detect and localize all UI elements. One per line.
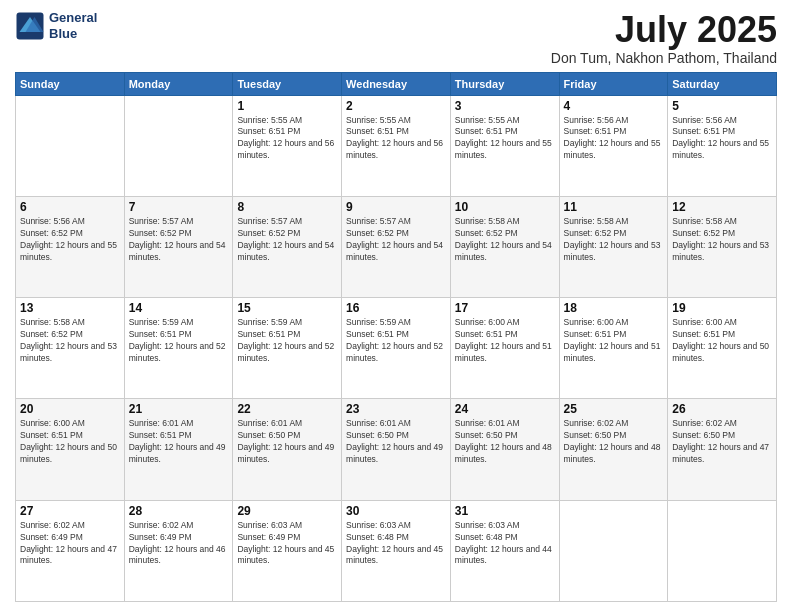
cell-info: Sunrise: 5:59 AM Sunset: 6:51 PM Dayligh… <box>129 317 229 365</box>
cell-info: Sunrise: 5:56 AM Sunset: 6:51 PM Dayligh… <box>564 115 664 163</box>
cell-info: Sunrise: 6:01 AM Sunset: 6:51 PM Dayligh… <box>129 418 229 466</box>
calendar-cell: 17Sunrise: 6:00 AM Sunset: 6:51 PM Dayli… <box>450 298 559 399</box>
month-title: July 2025 <box>551 10 777 50</box>
calendar-cell: 31Sunrise: 6:03 AM Sunset: 6:48 PM Dayli… <box>450 500 559 601</box>
cell-info: Sunrise: 5:55 AM Sunset: 6:51 PM Dayligh… <box>237 115 337 163</box>
cell-info: Sunrise: 5:58 AM Sunset: 6:52 PM Dayligh… <box>20 317 120 365</box>
day-number: 12 <box>672 200 772 214</box>
day-number: 10 <box>455 200 555 214</box>
cell-info: Sunrise: 5:57 AM Sunset: 6:52 PM Dayligh… <box>129 216 229 264</box>
cell-info: Sunrise: 6:00 AM Sunset: 6:51 PM Dayligh… <box>20 418 120 466</box>
day-number: 17 <box>455 301 555 315</box>
day-number: 16 <box>346 301 446 315</box>
cell-info: Sunrise: 5:57 AM Sunset: 6:52 PM Dayligh… <box>237 216 337 264</box>
calendar-cell: 6Sunrise: 5:56 AM Sunset: 6:52 PM Daylig… <box>16 196 125 297</box>
calendar-cell: 22Sunrise: 6:01 AM Sunset: 6:50 PM Dayli… <box>233 399 342 500</box>
weekday-header-wednesday: Wednesday <box>342 72 451 95</box>
logo-icon <box>15 11 45 41</box>
calendar-cell: 19Sunrise: 6:00 AM Sunset: 6:51 PM Dayli… <box>668 298 777 399</box>
calendar-cell <box>124 95 233 196</box>
calendar-cell: 21Sunrise: 6:01 AM Sunset: 6:51 PM Dayli… <box>124 399 233 500</box>
calendar-cell: 23Sunrise: 6:01 AM Sunset: 6:50 PM Dayli… <box>342 399 451 500</box>
calendar-cell: 24Sunrise: 6:01 AM Sunset: 6:50 PM Dayli… <box>450 399 559 500</box>
calendar-cell: 7Sunrise: 5:57 AM Sunset: 6:52 PM Daylig… <box>124 196 233 297</box>
cell-info: Sunrise: 6:02 AM Sunset: 6:49 PM Dayligh… <box>20 520 120 568</box>
day-number: 7 <box>129 200 229 214</box>
location-title: Don Tum, Nakhon Pathom, Thailand <box>551 50 777 66</box>
day-number: 8 <box>237 200 337 214</box>
calendar-cell: 25Sunrise: 6:02 AM Sunset: 6:50 PM Dayli… <box>559 399 668 500</box>
calendar-cell: 27Sunrise: 6:02 AM Sunset: 6:49 PM Dayli… <box>16 500 125 601</box>
day-number: 9 <box>346 200 446 214</box>
page: General Blue July 2025 Don Tum, Nakhon P… <box>0 0 792 612</box>
calendar-week-row: 13Sunrise: 5:58 AM Sunset: 6:52 PM Dayli… <box>16 298 777 399</box>
weekday-header-friday: Friday <box>559 72 668 95</box>
calendar-week-row: 1Sunrise: 5:55 AM Sunset: 6:51 PM Daylig… <box>16 95 777 196</box>
weekday-header-monday: Monday <box>124 72 233 95</box>
day-number: 11 <box>564 200 664 214</box>
cell-info: Sunrise: 5:56 AM Sunset: 6:51 PM Dayligh… <box>672 115 772 163</box>
calendar-cell: 3Sunrise: 5:55 AM Sunset: 6:51 PM Daylig… <box>450 95 559 196</box>
weekday-header-sunday: Sunday <box>16 72 125 95</box>
day-number: 24 <box>455 402 555 416</box>
header: General Blue July 2025 Don Tum, Nakhon P… <box>15 10 777 66</box>
day-number: 31 <box>455 504 555 518</box>
day-number: 1 <box>237 99 337 113</box>
day-number: 14 <box>129 301 229 315</box>
day-number: 18 <box>564 301 664 315</box>
calendar-cell: 20Sunrise: 6:00 AM Sunset: 6:51 PM Dayli… <box>16 399 125 500</box>
day-number: 29 <box>237 504 337 518</box>
cell-info: Sunrise: 6:02 AM Sunset: 6:50 PM Dayligh… <box>672 418 772 466</box>
weekday-header-row: SundayMondayTuesdayWednesdayThursdayFrid… <box>16 72 777 95</box>
day-number: 25 <box>564 402 664 416</box>
calendar-cell: 28Sunrise: 6:02 AM Sunset: 6:49 PM Dayli… <box>124 500 233 601</box>
calendar-week-row: 6Sunrise: 5:56 AM Sunset: 6:52 PM Daylig… <box>16 196 777 297</box>
cell-info: Sunrise: 5:58 AM Sunset: 6:52 PM Dayligh… <box>455 216 555 264</box>
cell-info: Sunrise: 6:02 AM Sunset: 6:50 PM Dayligh… <box>564 418 664 466</box>
calendar-cell: 1Sunrise: 5:55 AM Sunset: 6:51 PM Daylig… <box>233 95 342 196</box>
cell-info: Sunrise: 6:03 AM Sunset: 6:48 PM Dayligh… <box>346 520 446 568</box>
cell-info: Sunrise: 6:00 AM Sunset: 6:51 PM Dayligh… <box>564 317 664 365</box>
calendar-table: SundayMondayTuesdayWednesdayThursdayFrid… <box>15 72 777 602</box>
calendar-cell: 11Sunrise: 5:58 AM Sunset: 6:52 PM Dayli… <box>559 196 668 297</box>
day-number: 19 <box>672 301 772 315</box>
calendar-cell: 8Sunrise: 5:57 AM Sunset: 6:52 PM Daylig… <box>233 196 342 297</box>
calendar-cell: 4Sunrise: 5:56 AM Sunset: 6:51 PM Daylig… <box>559 95 668 196</box>
calendar-cell: 15Sunrise: 5:59 AM Sunset: 6:51 PM Dayli… <box>233 298 342 399</box>
day-number: 21 <box>129 402 229 416</box>
cell-info: Sunrise: 6:00 AM Sunset: 6:51 PM Dayligh… <box>672 317 772 365</box>
calendar-cell: 12Sunrise: 5:58 AM Sunset: 6:52 PM Dayli… <box>668 196 777 297</box>
calendar-cell <box>668 500 777 601</box>
cell-info: Sunrise: 5:56 AM Sunset: 6:52 PM Dayligh… <box>20 216 120 264</box>
calendar-cell: 14Sunrise: 5:59 AM Sunset: 6:51 PM Dayli… <box>124 298 233 399</box>
calendar-cell: 16Sunrise: 5:59 AM Sunset: 6:51 PM Dayli… <box>342 298 451 399</box>
logo-line1: General <box>49 10 97 26</box>
day-number: 26 <box>672 402 772 416</box>
day-number: 30 <box>346 504 446 518</box>
day-number: 13 <box>20 301 120 315</box>
logo-text: General Blue <box>49 10 97 41</box>
calendar-cell <box>559 500 668 601</box>
cell-info: Sunrise: 5:55 AM Sunset: 6:51 PM Dayligh… <box>455 115 555 163</box>
calendar-cell: 18Sunrise: 6:00 AM Sunset: 6:51 PM Dayli… <box>559 298 668 399</box>
calendar-cell <box>16 95 125 196</box>
day-number: 28 <box>129 504 229 518</box>
cell-info: Sunrise: 5:59 AM Sunset: 6:51 PM Dayligh… <box>237 317 337 365</box>
calendar-cell: 29Sunrise: 6:03 AM Sunset: 6:49 PM Dayli… <box>233 500 342 601</box>
title-block: July 2025 Don Tum, Nakhon Pathom, Thaila… <box>551 10 777 66</box>
calendar-week-row: 20Sunrise: 6:00 AM Sunset: 6:51 PM Dayli… <box>16 399 777 500</box>
cell-info: Sunrise: 6:01 AM Sunset: 6:50 PM Dayligh… <box>237 418 337 466</box>
calendar-cell: 26Sunrise: 6:02 AM Sunset: 6:50 PM Dayli… <box>668 399 777 500</box>
weekday-header-thursday: Thursday <box>450 72 559 95</box>
day-number: 2 <box>346 99 446 113</box>
cell-info: Sunrise: 5:57 AM Sunset: 6:52 PM Dayligh… <box>346 216 446 264</box>
cell-info: Sunrise: 5:55 AM Sunset: 6:51 PM Dayligh… <box>346 115 446 163</box>
day-number: 20 <box>20 402 120 416</box>
calendar-week-row: 27Sunrise: 6:02 AM Sunset: 6:49 PM Dayli… <box>16 500 777 601</box>
weekday-header-tuesday: Tuesday <box>233 72 342 95</box>
day-number: 4 <box>564 99 664 113</box>
day-number: 6 <box>20 200 120 214</box>
calendar-cell: 2Sunrise: 5:55 AM Sunset: 6:51 PM Daylig… <box>342 95 451 196</box>
cell-info: Sunrise: 6:03 AM Sunset: 6:49 PM Dayligh… <box>237 520 337 568</box>
day-number: 5 <box>672 99 772 113</box>
